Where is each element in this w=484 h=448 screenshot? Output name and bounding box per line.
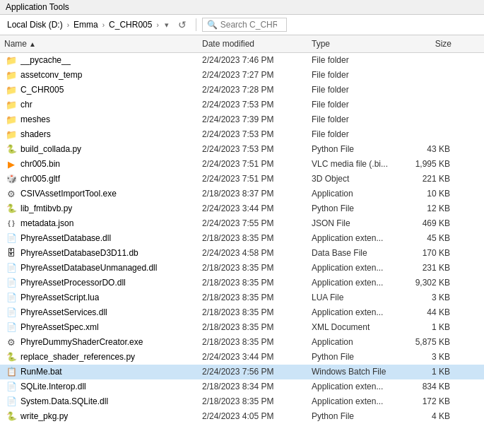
file-type-cell: Windows Batch File bbox=[307, 367, 399, 377]
table-row[interactable]: __pycache__ 2/24/2023 7:46 PM File folde… bbox=[0, 53, 484, 68]
table-row[interactable]: chr005.gltf 2/24/2023 7:51 PM 3D Object … bbox=[0, 172, 484, 187]
search-input[interactable] bbox=[220, 20, 277, 30]
file-type-cell: LUA File bbox=[307, 293, 399, 302]
file-type-cell: Application exten... bbox=[307, 278, 399, 288]
file-date-cell: 2/24/2023 7:51 PM bbox=[198, 174, 307, 184]
table-row[interactable]: RunMe.bat 2/24/2023 7:56 PM Windows Batc… bbox=[0, 365, 484, 379]
file-name-cell: PhyreAssetDatabaseD3D11.db bbox=[0, 247, 198, 259]
table-row[interactable]: CSIVAssetImportTool.exe 2/18/2023 8:37 P… bbox=[0, 187, 484, 201]
file-date-cell: 2/24/2023 7:53 PM bbox=[198, 100, 307, 110]
file-name-text: CSIVAssetImportTool.exe bbox=[20, 189, 117, 199]
table-row[interactable]: PhyreDummyShaderCreator.exe 2/18/2023 8:… bbox=[0, 335, 484, 350]
bat-icon bbox=[6, 366, 17, 377]
file-size-cell: 9,302 KB bbox=[399, 278, 456, 288]
xml-icon bbox=[6, 322, 17, 333]
exe-icon bbox=[6, 336, 17, 348]
folder2-label[interactable]: C_CHR005 bbox=[106, 18, 155, 31]
file-size-cell: 4 KB bbox=[399, 411, 456, 421]
address-dropdown-button[interactable]: ▾ bbox=[162, 19, 172, 31]
file-name-text: PhyreAssetSpec.xml bbox=[20, 322, 99, 332]
folder-icon bbox=[6, 69, 17, 81]
table-row[interactable]: PhyreAssetScript.lua 2/18/2023 8:35 PM L… bbox=[0, 290, 484, 305]
breadcrumb[interactable]: Local Disk (D:) › Emma › C_CHR005 › bbox=[4, 18, 159, 31]
lua-icon bbox=[6, 292, 17, 303]
file-size-cell: 44 KB bbox=[399, 307, 456, 317]
table-row[interactable]: PhyreAssetSpec.xml 2/18/2023 8:35 PM XML… bbox=[0, 320, 484, 335]
file-size-cell: 834 KB bbox=[399, 382, 456, 391]
folder-icon bbox=[6, 114, 17, 125]
sep2: › bbox=[102, 21, 105, 29]
col-header-date[interactable]: Date modified bbox=[198, 37, 307, 50]
table-row[interactable]: lib_fmtibvb.py 2/24/2023 3:44 PM Python … bbox=[0, 201, 484, 216]
file-type-cell: Application exten... bbox=[307, 382, 399, 391]
file-name-text: build_collada.py bbox=[20, 144, 81, 154]
vlc-icon bbox=[6, 158, 17, 170]
refresh-button[interactable]: ↺ bbox=[175, 18, 190, 32]
file-type-cell: Python File bbox=[307, 411, 399, 421]
table-row[interactable]: C_CHR005 2/24/2023 7:28 PM File folder bbox=[0, 83, 484, 98]
file-type-cell: File folder bbox=[307, 129, 399, 139]
table-row[interactable]: chr005.bin 2/24/2023 7:51 PM VLC media f… bbox=[0, 157, 484, 172]
file-type-cell: File folder bbox=[307, 114, 399, 124]
table-row[interactable]: build_collada.py 2/24/2023 7:53 PM Pytho… bbox=[0, 142, 484, 157]
table-row[interactable]: System.Data.SQLite.dll 2/18/2023 8:35 PM… bbox=[0, 394, 484, 409]
table-row[interactable]: metadata.json 2/24/2023 7:55 PM JSON Fil… bbox=[0, 216, 484, 231]
file-name-cell: lib_fmtibvb.py bbox=[0, 203, 198, 214]
file-name-cell: meshes bbox=[0, 114, 198, 125]
table-row[interactable]: replace_shader_references.py 2/24/2023 3… bbox=[0, 350, 484, 365]
file-size-cell: 1 KB bbox=[399, 322, 456, 332]
table-row[interactable]: PhyreAssetDatabase.dll 2/18/2023 8:35 PM… bbox=[0, 231, 484, 246]
file-name-cell: metadata.json bbox=[0, 218, 198, 229]
separator bbox=[196, 18, 196, 31]
file-name-text: C_CHR005 bbox=[20, 85, 64, 95]
col-header-type[interactable]: Type bbox=[307, 37, 399, 50]
file-type-cell: File folder bbox=[307, 55, 399, 65]
file-date-cell: 2/24/2023 7:55 PM bbox=[198, 218, 307, 228]
file-name-text: replace_shader_references.py bbox=[20, 352, 135, 362]
file-name-text: assetconv_temp bbox=[20, 70, 82, 80]
folder-icon bbox=[6, 129, 17, 140]
table-row[interactable]: assetconv_temp 2/24/2023 7:27 PM File fo… bbox=[0, 68, 484, 83]
file-name-text: PhyreAssetProcessorDO.dll bbox=[20, 278, 126, 288]
folder1-label[interactable]: Emma bbox=[71, 18, 101, 31]
file-name-cell: chr005.gltf bbox=[0, 173, 198, 184]
address-bar: Local Disk (D:) › Emma › C_CHR005 › ▾ ↺ … bbox=[0, 15, 484, 35]
file-date-cell: 2/18/2023 8:34 PM bbox=[198, 382, 307, 391]
file-name-cell: C_CHR005 bbox=[0, 84, 198, 95]
table-row[interactable]: PhyreAssetDatabaseUnmanaged.dll 2/18/202… bbox=[0, 261, 484, 276]
file-name-text: chr005.bin bbox=[20, 159, 60, 169]
gltf-icon bbox=[6, 173, 17, 184]
drive-label[interactable]: Local Disk (D:) bbox=[4, 18, 66, 31]
table-row[interactable]: PhyreAssetProcessorDO.dll 2/18/2023 8:35… bbox=[0, 276, 484, 290]
table-row[interactable]: SQLite.Interop.dll 2/18/2023 8:34 PM App… bbox=[0, 379, 484, 394]
file-date-cell: 2/24/2023 7:28 PM bbox=[198, 85, 307, 95]
file-size-cell: 10 KB bbox=[399, 189, 456, 199]
search-box[interactable]: 🔍 bbox=[202, 18, 287, 32]
dll-icon bbox=[6, 307, 17, 318]
file-name-text: PhyreAssetDatabase.dll bbox=[20, 233, 111, 243]
col-header-name[interactable]: Name ▲ bbox=[0, 37, 198, 50]
table-row[interactable]: PhyreAssetDatabaseD3D11.db 2/24/2023 4:5… bbox=[0, 246, 484, 261]
file-name-text: PhyreAssetScript.lua bbox=[20, 293, 99, 302]
folder-icon bbox=[6, 54, 17, 66]
table-row[interactable]: write_pkg.py 2/24/2023 4:05 PM Python Fi… bbox=[0, 409, 484, 424]
file-size-cell: 3 KB bbox=[399, 293, 456, 302]
python-icon bbox=[6, 411, 17, 422]
file-date-cell: 2/24/2023 4:05 PM bbox=[198, 411, 307, 421]
file-name-cell: PhyreAssetDatabase.dll bbox=[0, 232, 198, 244]
file-date-cell: 2/24/2023 3:44 PM bbox=[198, 204, 307, 213]
title-bar: Application Tools bbox=[0, 0, 484, 15]
file-type-cell: 3D Object bbox=[307, 174, 399, 184]
table-row[interactable]: meshes 2/24/2023 7:39 PM File folder bbox=[0, 112, 484, 127]
col-header-size[interactable]: Size bbox=[399, 37, 456, 50]
table-row[interactable]: PhyreAssetServices.dll 2/18/2023 8:35 PM… bbox=[0, 305, 484, 320]
file-name-text: PhyreAssetDatabaseUnmanaged.dll bbox=[20, 263, 157, 273]
file-size-cell: 170 KB bbox=[399, 248, 456, 258]
table-row[interactable]: shaders 2/24/2023 7:53 PM File folder bbox=[0, 127, 484, 142]
folder-icon bbox=[6, 84, 17, 95]
dll-icon bbox=[6, 232, 17, 244]
dll-icon bbox=[6, 277, 17, 288]
table-row[interactable]: chr 2/24/2023 7:53 PM File folder bbox=[0, 98, 484, 112]
dll-icon bbox=[6, 396, 17, 407]
file-size-cell: 3 KB bbox=[399, 352, 456, 362]
